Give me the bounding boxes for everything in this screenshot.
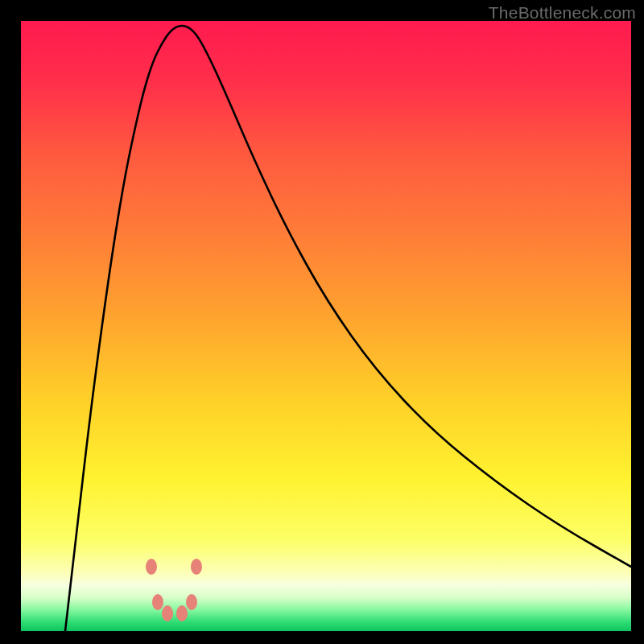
bottleneck-curve <box>21 21 631 631</box>
curve-marker <box>146 559 157 575</box>
curve-marker <box>152 594 163 610</box>
curve-marker <box>191 559 202 575</box>
curve-marker <box>162 605 173 621</box>
curve-markers <box>146 559 202 621</box>
plot-area <box>21 21 631 631</box>
watermark-text: TheBottleneck.com <box>489 3 636 23</box>
curve-marker <box>186 594 197 610</box>
curve-marker <box>176 605 188 621</box>
